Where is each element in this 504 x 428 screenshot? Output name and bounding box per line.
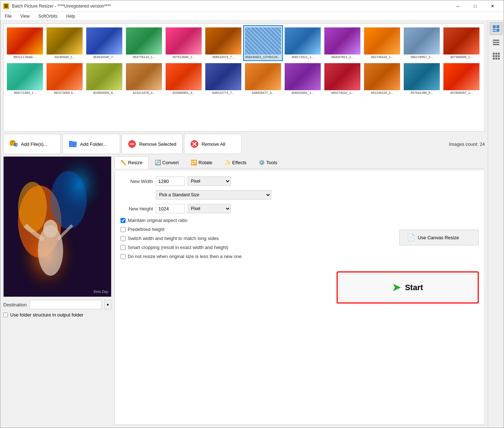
menu-file[interactable]: File xyxy=(3,13,13,19)
use-folder-checkbox[interactable] xyxy=(3,313,8,317)
remove-selected-button[interactable]: Remove Selected xyxy=(122,134,183,154)
center-area: BKG11-head-...20240930_1...353543340_7..… xyxy=(0,21,488,428)
thumbnail-label: 357513580_1... xyxy=(166,55,202,59)
gallery-item[interactable]: 20240930_1... xyxy=(45,25,84,61)
start-button-wrapper: ➤ Start xyxy=(337,271,479,303)
thumbnail-image xyxy=(404,27,440,54)
menu-help[interactable]: Help xyxy=(65,13,77,19)
svg-rect-29 xyxy=(498,53,500,54)
no-upscale-checkbox[interactable] xyxy=(120,254,126,259)
gallery-item[interactable]: 360037821_2... xyxy=(323,25,362,61)
thumbnail-label: 358430652_1376012682955585_489719305 986… xyxy=(245,55,281,59)
gallery-item[interactable]: 423211676_2... xyxy=(124,61,164,97)
destination-browse-button[interactable]: ▼ xyxy=(104,300,111,309)
gallery-item[interactable]: 457858097_1... xyxy=(442,61,481,97)
minimize-button[interactable]: ─ xyxy=(450,0,466,12)
thumbnail-image xyxy=(245,63,281,90)
tab-rotate[interactable]: 🔁 Rotate xyxy=(185,156,218,168)
predefined-height-checkbox[interactable] xyxy=(120,227,126,232)
width-input[interactable] xyxy=(156,176,185,186)
smart-crop-row: Smart cropping (result in exact width an… xyxy=(120,245,394,250)
preview-panel: Kelo Day Destination ▼ Use folder struct… xyxy=(3,156,111,425)
destination-row: Destination ▼ xyxy=(3,300,111,309)
rotate-tab-label: Rotate xyxy=(198,160,212,165)
tab-resize[interactable]: ✏️ Resize xyxy=(114,156,149,169)
gallery-item[interactable]: 353543340_7... xyxy=(84,25,124,61)
maximize-button[interactable]: □ xyxy=(467,0,483,12)
remove-all-button[interactable]: Remove All xyxy=(184,134,242,154)
thumbnail-image xyxy=(364,63,400,90)
preview-svg xyxy=(4,157,111,297)
thumbnail-label: 423211676_2... xyxy=(126,91,162,95)
effects-tab-icon: ✨ xyxy=(225,160,231,165)
thumbnail-image xyxy=(47,63,83,90)
svg-rect-33 xyxy=(493,58,495,60)
gallery-item[interactable]: 448222772_7... xyxy=(203,61,243,97)
tab-effects[interactable]: ✨ Effects xyxy=(219,156,253,168)
canvas-resize-icon: 📄 xyxy=(407,233,415,241)
predefined-height-label: Predefined height xyxy=(128,227,165,232)
destination-input[interactable] xyxy=(30,300,101,309)
thumbnail-image xyxy=(126,63,162,90)
sidebar-tool-thumbnails[interactable] xyxy=(490,22,503,35)
height-row: New Height Pixel Percent cm mm inch xyxy=(120,204,479,213)
thumbnail-label: 366178957_2... xyxy=(404,55,440,59)
gallery-item[interactable]: 358430652_1376012682955585_489719305 986… xyxy=(243,25,283,61)
thumbnail-image xyxy=(285,63,321,90)
thumbnail-label: 456032691_1... xyxy=(285,91,321,95)
preview-watermark: Kelo Day xyxy=(93,290,108,294)
smart-crop-checkbox[interactable] xyxy=(120,245,126,250)
switch-sides-checkbox[interactable] xyxy=(120,236,126,241)
gallery-item[interactable]: 457541286_8... xyxy=(402,61,442,97)
close-button[interactable]: ✕ xyxy=(484,0,501,12)
add-folder-icon: + xyxy=(69,140,77,148)
menu-softorbits[interactable]: SoftOrbits xyxy=(37,13,59,19)
tabs: ✏️ Resize 🔄 Convert 🔁 Rotate ✨ xyxy=(114,156,485,169)
start-button[interactable]: ➤ Start xyxy=(339,274,476,301)
gallery-item[interactable]: 358171611_1... xyxy=(283,25,323,61)
svg-rect-26 xyxy=(493,44,499,45)
gallery-item[interactable]: 382273055 6... xyxy=(45,61,84,97)
gallery-item[interactable]: 461226225_0... xyxy=(362,61,402,97)
tools-tab-icon: ⚙️ xyxy=(259,160,265,165)
canvas-resize-button[interactable]: 📄 Use Canvas Resize xyxy=(399,230,479,245)
svg-text:+: + xyxy=(75,144,77,147)
thumbnail-label: 369172384_1... xyxy=(7,91,43,95)
gallery-item[interactable]: 357513580_1... xyxy=(164,25,203,61)
gallery-item[interactable]: 353776110_1... xyxy=(124,25,164,61)
thumbnail-image xyxy=(7,63,43,90)
add-folder-button[interactable]: + Add Folder... xyxy=(62,134,120,154)
list-icon xyxy=(492,39,500,46)
sidebar-tool-list[interactable] xyxy=(490,36,503,49)
gallery-item[interactable]: 366178957_2... xyxy=(402,25,442,61)
add-files-button[interactable]: + Add File(s)... xyxy=(3,134,61,154)
height-unit-select[interactable]: Pixel Percent cm mm inch xyxy=(188,204,231,213)
width-label: New Width xyxy=(120,179,153,184)
gallery-item[interactable]: 367366699_1... xyxy=(442,25,481,61)
image-gallery[interactable]: BKG11-head-...20240930_1...353543340_7..… xyxy=(3,23,485,132)
gallery-item[interactable]: 403959305_6... xyxy=(84,61,124,97)
gallery-item[interactable]: 425996961_3... xyxy=(164,61,203,97)
maintain-aspect-checkbox[interactable] xyxy=(120,218,126,223)
sidebar-tool-grid[interactable] xyxy=(490,49,503,62)
thumbnail-image xyxy=(7,27,43,54)
thumbnail-label: 362745419_1... xyxy=(364,55,400,59)
tab-tools[interactable]: ⚙️ Tools xyxy=(253,156,283,168)
gallery-item[interactable]: 460274022_1... xyxy=(323,61,362,97)
gallery-item[interactable]: BKG11-head-... xyxy=(5,25,45,61)
convert-tab-label: Convert xyxy=(162,160,179,165)
gallery-item[interactable]: 448828477_4... xyxy=(243,61,283,97)
tab-convert[interactable]: 🔄 Convert xyxy=(149,156,185,168)
thumbnail-image xyxy=(126,27,162,54)
gallery-item[interactable]: 456032691_1... xyxy=(283,61,323,97)
smart-crop-label: Smart cropping (result in exact width an… xyxy=(128,245,228,250)
height-input[interactable] xyxy=(156,204,185,213)
gallery-item[interactable]: 358532973_7... xyxy=(203,25,243,61)
thumbnail-label: 425996961_3... xyxy=(166,91,202,95)
gallery-item[interactable]: 369172384_1... xyxy=(5,61,45,97)
width-unit-select[interactable]: Pixel Percent cm mm inch xyxy=(188,176,231,186)
svg-rect-1 xyxy=(11,140,14,141)
gallery-item[interactable]: 362745419_1... xyxy=(362,25,402,61)
menu-view[interactable]: View xyxy=(19,13,31,19)
standard-size-select[interactable]: Pick a Standard Size xyxy=(156,190,271,200)
